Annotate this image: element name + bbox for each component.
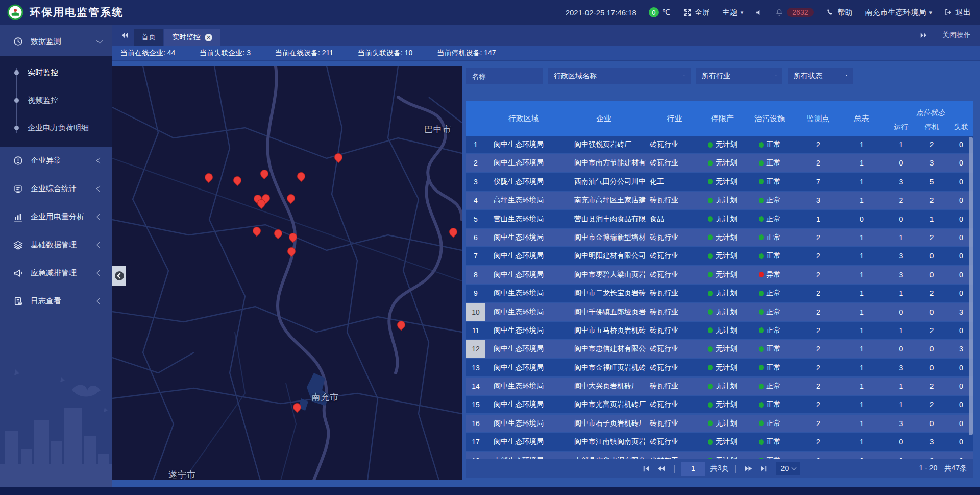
total-meters-cell: 1 [839,154,885,172]
table-row[interactable]: 12阆中生态环境局阆中市忠信建材有限公砖瓦行业无计划正常21003 [466,340,973,358]
first-page-button[interactable] [642,464,650,473]
map-pin[interactable] [297,172,305,180]
lost-count-cell: 0 [946,452,973,459]
notifications[interactable]: 2632 [775,8,814,17]
table-row[interactable]: 11阆中生态环境局阆中市五马桥页岩机砖砖瓦行业无计划正常21120 [466,322,973,339]
industry-filter-select[interactable]: 所有行业 [696,68,782,84]
sidebar-item-enterprise-abnormal[interactable]: 企业异常 [0,147,112,175]
sidebar-item-data-monitor[interactable]: 数据监测 [0,28,112,56]
chevron-down-icon [776,75,776,76]
logout-button[interactable]: 退出 [944,8,971,17]
map-pin[interactable] [397,321,405,329]
table-row[interactable]: 8阆中生态环境局阆中市枣碧大梁山页岩砖瓦行业无计划异常21300 [466,266,973,284]
table-row[interactable]: 1阆中生态环境局阆中强锐页岩砖厂砖瓦行业无计划正常21120 [466,136,973,153]
close-tab-icon[interactable]: ✕ [205,34,212,41]
region-cell: 南部生态环境局 [485,452,562,459]
tab-bar: 首页实时监控✕ 关闭操作 [112,25,980,46]
scroll-tabs-right-icon[interactable] [920,31,928,39]
sidebar-item-label: 企业电力负荷明细 [28,123,89,133]
table-row[interactable]: 7阆中生态环境局阆中明阳建材有限公司砖瓦行业无计划正常21300 [466,247,973,265]
table-row[interactable]: 17阆中生态环境局阆中市江南镇阆南页岩砖瓦行业无计划正常21030 [466,433,973,451]
table-row[interactable]: 4高坪生态环境局南充市高坪区王家店建砖瓦行业无计划正常31220 [466,192,973,209]
table-row[interactable]: 10阆中生态环境局阆中千佛镇五郎垭页岩砖瓦行业无计划正常21003 [466,303,973,321]
close-operations-button[interactable]: 关闭操作 [942,31,971,40]
map-pin[interactable] [233,176,241,184]
map-pin[interactable] [205,173,213,181]
fullscreen-button[interactable]: 全屏 [683,8,710,17]
map-pin[interactable] [287,194,295,202]
sidebar-item-power-load-detail[interactable]: 企业电力负荷明细 [0,114,112,142]
map-pin[interactable] [274,229,282,238]
total-meters-cell: 1 [839,303,885,321]
page-size-select[interactable]: 20 [776,462,801,475]
page-number-input[interactable] [681,462,705,476]
map-pin[interactable] [257,199,265,207]
sidebar-item-enterprise-statistics[interactable]: 企业综合统计 [0,175,112,203]
chevron-down-icon [684,75,684,76]
org-dropdown[interactable]: 南充市生态环境局▾ [865,8,932,17]
status-dot-icon [708,216,713,222]
theme-dropdown[interactable]: 主题▾ [722,8,744,17]
status-dot-icon [708,309,713,315]
map-pin[interactable] [293,403,301,411]
row-index-cell: 2 [466,154,485,172]
map-pin[interactable] [260,170,268,178]
tab-home[interactable]: 首页 [134,29,163,46]
sound-toggle-button[interactable] [755,9,763,16]
table-row[interactable]: 2阆中生态环境局阆中市南方节能建材有砖瓦行业无计划正常21030 [466,154,973,172]
status-filter-select[interactable]: 所有状态 [788,68,853,84]
facility-status-cell: 正常 [742,173,798,191]
region-cell: 阆中生态环境局 [485,396,562,413]
map-pin[interactable] [334,153,342,161]
scroll-tabs-left-icon[interactable] [120,31,129,39]
table-row[interactable]: 13阆中生态环境局阆中市金福旺页岩机砖砖瓦行业无计划正常21300 [466,359,973,376]
map[interactable]: 巴中市南充市遂宁市 [112,66,462,480]
table-row[interactable]: 9阆中生态环境局阆中市二龙长宝页岩砖砖瓦行业无计划正常21120 [466,285,973,302]
sidebar-item-log-view[interactable]: 日志查看 [0,287,112,315]
total-meters-cell: 1 [839,378,885,395]
tab-label: 实时监控 [172,33,201,42]
help-button[interactable]: 帮助 [826,8,852,17]
sidebar-item-enterprise-power-analysis[interactable]: 企业用电量分析 [0,203,112,231]
tab-realtime-monitor[interactable]: 实时监控✕ [164,29,220,46]
sidebar-item-basic-data[interactable]: 基础数据管理 [0,231,112,259]
total-meters-cell: 1 [839,192,885,209]
table-row[interactable]: 16阆中生态环境局阆中市石子页岩机砖厂砖瓦行业无计划正常21300 [466,415,973,432]
row-index-cell: 16 [466,415,485,432]
map-collapse-handle[interactable] [112,266,126,286]
facility-status-cell: 正常 [742,378,798,395]
table-row[interactable]: 3仪陇生态环境局西南油气田分公司川中化工无计划正常71350 [466,173,973,191]
facility-status-cell: 正常 [742,210,798,228]
table-row[interactable]: 18南部生态环境局南部县砌华水泥有限公建材加工无计划正常60060 [466,452,973,459]
table-row[interactable]: 15阆中生态环境局阆中市光富页岩机砖厂砖瓦行业无计划正常21120 [466,396,973,413]
table-row[interactable]: 5营山生态环境局营山县润丰肉食品有限食品无计划正常10010 [466,210,973,228]
lost-count-cell: 0 [946,266,973,284]
status-dot-icon [759,160,764,166]
map-pin[interactable] [449,228,457,236]
last-page-button[interactable] [760,464,768,473]
name-filter-input[interactable] [466,68,543,84]
region-cell: 阆中生态环境局 [485,359,562,376]
facility-status-cell: 异常 [742,266,798,284]
total-meters-cell: 1 [839,359,885,376]
company-cell: 阆中市南方节能建材有 [562,154,646,172]
map-pin[interactable] [289,233,297,241]
table-row[interactable]: 6阆中生态环境局阆中市金博瑞新型墙材砖瓦行业无计划正常21120 [466,229,973,246]
previous-page-button[interactable] [656,464,665,473]
facility-status-cell: 正常 [742,415,798,432]
map-pin[interactable] [287,247,296,255]
speaker-icon [755,9,763,16]
next-page-button[interactable] [745,464,753,473]
run-count-cell: 3 [885,266,918,284]
table-row[interactable]: 14阆中生态环境局阆中大兴页岩机砖厂砖瓦行业无计划正常21120 [466,378,973,395]
region-filter-select[interactable]: 行政区域名称 [548,68,691,84]
status-dot-icon [759,198,764,203]
megaphone-icon [13,268,23,278]
sidebar-item-video-monitor[interactable]: 视频监控 [0,86,112,114]
row-index-cell: 11 [466,322,485,339]
monitor-points-cell: 6 [798,452,839,459]
sidebar-item-realtime-monitor[interactable]: 实时监控 [0,59,112,86]
facility-status-cell: 正常 [742,396,798,413]
map-pin[interactable] [253,227,261,235]
sidebar-item-emergency-reduction[interactable]: 应急减排管理 [0,259,112,287]
